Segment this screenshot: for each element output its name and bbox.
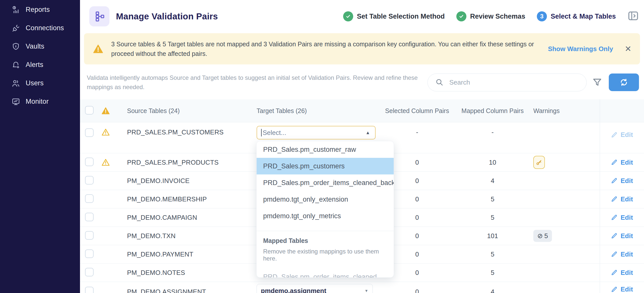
row-checkbox[interactable] <box>85 268 94 276</box>
edit-button[interactable]: Edit <box>611 214 633 222</box>
sidebar: Reports Connections Vaults Alerts <box>0 0 80 293</box>
alerts-icon <box>12 61 20 69</box>
mapped-pairs-value: 5 <box>455 269 530 277</box>
pencil-icon <box>611 286 618 293</box>
mapped-pairs-value: 10 <box>455 159 530 166</box>
search-box[interactable] <box>427 74 587 91</box>
filter-icon[interactable] <box>592 77 602 87</box>
source-table-name: PRD_SALES.PM_CUSTOMERS <box>115 122 246 136</box>
step-review-schemas[interactable]: Review Schemas <box>456 11 525 21</box>
sidebar-item-alerts[interactable]: Alerts <box>0 56 80 74</box>
column-header-target[interactable]: Target Tables (26) <box>246 107 379 115</box>
source-table-name: PM_DEMO.INVOICE <box>115 177 246 185</box>
step-set-table-selection-method[interactable]: Set Table Selection Method <box>343 11 445 21</box>
sidebar-item-label: Reports <box>26 6 50 14</box>
row-checkbox[interactable] <box>85 287 94 293</box>
monitor-icon <box>12 97 20 106</box>
users-icon <box>12 79 20 88</box>
missing-key-badge[interactable] <box>533 156 545 169</box>
sidebar-item-connections[interactable]: Connections <box>0 19 80 37</box>
text-cursor <box>261 129 262 136</box>
selected-pairs-value: - <box>379 122 455 136</box>
mapped-pairs-value: 5 <box>455 250 530 258</box>
mapped-pairs-value: 101 <box>455 232 530 240</box>
edit-button[interactable]: Edit <box>611 232 633 240</box>
step-done-check-icon <box>456 11 466 21</box>
refresh-button[interactable] <box>609 74 639 91</box>
warning-banner-text: 3 Source tables & 5 Target tables are no… <box>111 39 539 58</box>
edit-button[interactable]: Edit <box>611 269 633 277</box>
validation-pairs-icon <box>89 6 109 26</box>
edit-button[interactable]: Edit <box>611 250 633 258</box>
sidebar-item-monitor[interactable]: Monitor <box>0 92 80 111</box>
row-checkbox[interactable] <box>85 128 94 137</box>
sidebar-item-users[interactable]: Users <box>0 74 80 92</box>
edit-button[interactable]: Edit <box>611 177 633 185</box>
row-checkbox[interactable] <box>85 213 94 221</box>
app-window: Reports Connections Vaults Alerts <box>0 0 644 293</box>
select-all-checkbox[interactable] <box>85 106 94 115</box>
slash-circle-icon: ⊘ <box>537 232 543 240</box>
dropdown-option[interactable]: pmdemo.tgt_only_metrics <box>257 208 394 224</box>
pencil-icon <box>611 233 618 239</box>
sidebar-item-label: Users <box>26 79 44 87</box>
sidebar-item-label: Alerts <box>26 61 43 69</box>
pencil-icon <box>611 251 618 258</box>
row-checkbox[interactable] <box>85 158 94 166</box>
target-table-select-open[interactable]: Select... ▲ <box>257 126 376 139</box>
show-warnings-only-link[interactable]: Show Warnings Only <box>548 45 613 53</box>
row-warning-icon <box>102 128 110 136</box>
pencil-icon <box>611 196 618 202</box>
row-checkbox[interactable] <box>85 249 94 258</box>
dropdown-option-highlighted[interactable]: PRD_Sales.pm_customers <box>257 158 394 174</box>
pencil-icon <box>611 214 618 221</box>
pencil-icon <box>611 132 618 138</box>
edit-button[interactable]: Edit <box>611 159 633 166</box>
warning-banner: 3 Source tables & 5 Target tables are no… <box>84 33 640 64</box>
close-icon[interactable]: ✕ <box>625 45 631 53</box>
column-header-selected[interactable]: Selected Column Pairs <box>379 106 455 115</box>
source-table-name: PM_DEMO.MEMBERSHIP <box>115 195 246 203</box>
sidebar-item-reports[interactable]: Reports <box>0 1 80 19</box>
row-checkbox[interactable] <box>85 231 94 240</box>
step-select-map-tables[interactable]: 3 Select & Map Tables <box>537 11 616 21</box>
warning-column-icon <box>102 107 110 115</box>
search-input[interactable] <box>449 79 580 86</box>
row-checkbox[interactable] <box>85 194 94 203</box>
column-header-source[interactable]: Source Tables (24) <box>115 107 246 115</box>
sidebar-item-label: Vaults <box>26 43 44 50</box>
dropdown-option[interactable]: pmdemo.tgt_only_extension <box>257 191 394 208</box>
blocked-columns-badge[interactable]: ⊘ 5 <box>533 230 552 242</box>
wizard-stepper: Set Table Selection Method Review Schema… <box>343 10 639 23</box>
edit-button[interactable]: Edit <box>611 285 633 293</box>
selected-pairs-value: 0 <box>379 284 455 293</box>
main-content: Manage Validation Pairs Set Table Select… <box>80 0 644 293</box>
table-header: Source Tables (24) Target Tables (26) Se… <box>80 99 644 122</box>
dropdown-option[interactable]: PRD_Sales.pm_order_items_cleaned_backu <box>257 174 394 191</box>
target-table-select[interactable]: pmdemo.assignment ▾ <box>257 284 373 293</box>
search-icon <box>436 79 443 86</box>
vaults-icon <box>12 42 20 51</box>
warning-icon <box>93 44 103 53</box>
mapped-tables-heading: Mapped Tables <box>257 231 394 244</box>
pencil-icon <box>611 159 618 166</box>
source-table-name: PM_DEMO.ASSIGNMENT <box>115 284 246 293</box>
column-header-mapped[interactable]: Mapped Column Pairs <box>455 106 530 115</box>
sidebar-item-vaults[interactable]: Vaults <box>0 37 80 56</box>
table-row: PM_DEMO.ASSIGNMENT pmdemo.assignment ▾ 0… <box>80 282 644 292</box>
column-header-warnings[interactable]: Warnings <box>530 107 600 115</box>
edit-button[interactable]: Edit <box>611 195 633 203</box>
mapped-pairs-value: 5 <box>455 195 530 203</box>
caret-down-icon: ▾ <box>365 288 368 293</box>
sidebar-item-label: Monitor <box>26 98 49 105</box>
source-table-name: PM_DEMO.PAYMENT <box>115 250 246 258</box>
mapped-pairs-value: 4 <box>455 177 530 185</box>
mapped-table-item: PRD_Sales.pm_order_items_cleaned Mapped … <box>257 273 394 278</box>
edit-button[interactable]: Edit <box>611 131 633 139</box>
connections-icon <box>12 24 20 32</box>
collapse-panel-icon[interactable] <box>627 10 639 23</box>
sidebar-item-label: Connections <box>26 24 64 32</box>
row-checkbox[interactable] <box>85 176 94 185</box>
dropdown-option[interactable]: PRD_Sales.pm_customer_raw <box>257 141 394 158</box>
refresh-icon <box>620 78 628 87</box>
